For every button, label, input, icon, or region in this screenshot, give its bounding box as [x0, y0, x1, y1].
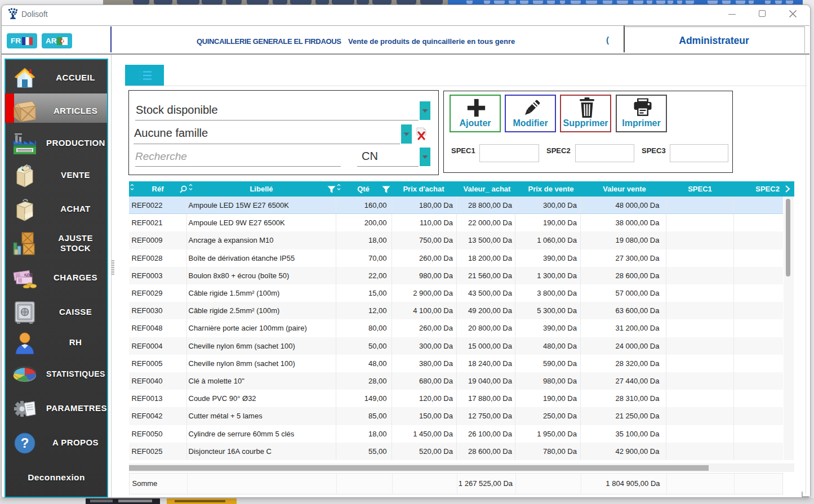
svg-text:?: ? — [21, 435, 29, 451]
